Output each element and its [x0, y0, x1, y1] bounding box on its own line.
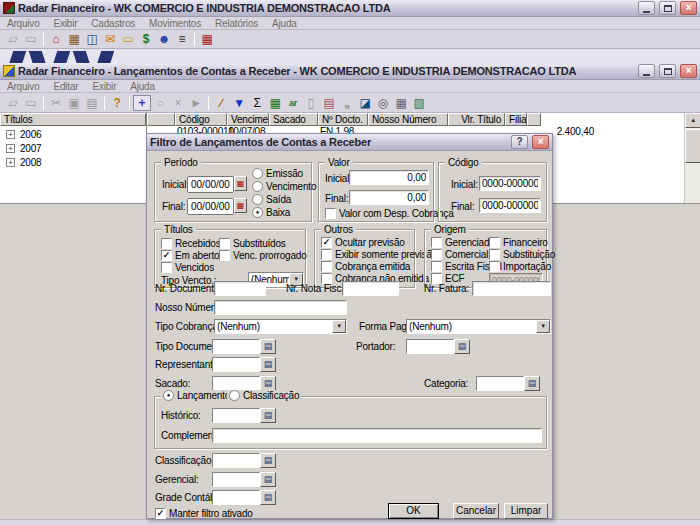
tree-item-2007[interactable]: + 2007: [6, 143, 41, 154]
user-icon[interactable]: ☻: [155, 31, 173, 47]
folder-icon[interactable]: ▭: [22, 95, 40, 111]
radio-classificacao[interactable]: Classificação: [227, 390, 301, 401]
dialog-help-button[interactable]: ?: [511, 135, 528, 149]
billing-icon[interactable]: ▧: [410, 95, 428, 111]
grid-icon[interactable]: ▦: [392, 95, 410, 111]
restore-button[interactable]: [659, 1, 676, 15]
valor-final-input[interactable]: [349, 190, 429, 205]
codigo-final-input[interactable]: [479, 198, 541, 213]
categoria-input[interactable]: [476, 376, 524, 391]
paste-icon[interactable]: ▤: [83, 95, 101, 111]
column-header-sacado[interactable]: Sacado: [269, 113, 318, 126]
lookup-icon[interactable]: ▤: [454, 339, 470, 354]
menu-arquivo[interactable]: Arquivo: [0, 81, 47, 92]
tree-expander-icon[interactable]: +: [6, 158, 15, 167]
lookup-icon[interactable]: ▤: [260, 472, 276, 487]
checkbox-recebidos[interactable]: Recebidos: [161, 238, 220, 249]
post-icon[interactable]: ►: [187, 95, 205, 111]
column-header-vencimento[interactable]: Vencimento: [227, 113, 269, 126]
menu-editar[interactable]: Editar: [47, 81, 86, 92]
chevron-down-icon[interactable]: ▼: [536, 320, 550, 333]
tree-item-2008[interactable]: + 2008: [6, 157, 41, 168]
lookup-icon[interactable]: ▤: [260, 490, 276, 505]
menu-cadastros[interactable]: Cadastros: [84, 18, 142, 29]
ok-button[interactable]: OK: [388, 503, 439, 519]
classificacao-input[interactable]: [212, 453, 260, 468]
add-icon[interactable]: +: [133, 95, 151, 111]
minimize-button[interactable]: [638, 1, 655, 15]
complemento-input[interactable]: [212, 428, 542, 443]
periodo-inicial-input[interactable]: [187, 176, 234, 193]
open-icon[interactable]: ▱: [4, 31, 22, 47]
checkbox-importacao[interactable]: Importação: [489, 261, 551, 272]
calendar-icon[interactable]: ▦: [234, 198, 247, 213]
column-header-codigo[interactable]: Código: [175, 113, 227, 126]
historico-input[interactable]: [212, 408, 260, 423]
refresh-icon[interactable]: ○: [151, 95, 169, 111]
yellow-folder-icon[interactable]: ▭: [119, 31, 137, 47]
limpar-button[interactable]: Limpar: [504, 503, 548, 519]
radio-emissao[interactable]: Emissão: [252, 168, 303, 179]
help-icon[interactable]: ?: [108, 95, 126, 111]
checkbox-gerenciador[interactable]: Gerenciador: [431, 237, 498, 248]
tree-expander-icon[interactable]: +: [6, 130, 15, 139]
column-header-nosso-numero[interactable]: Nosso Número: [368, 113, 448, 126]
column-header-filial[interactable]: Filial: [505, 113, 527, 126]
clean-icon[interactable]: ∕: [212, 95, 230, 111]
export-icon[interactable]: ◪: [356, 95, 374, 111]
periodo-final-input[interactable]: [187, 198, 234, 215]
column-header-docto[interactable]: Nº Docto.: [318, 113, 368, 126]
menu-exibir[interactable]: Exibir: [85, 81, 123, 92]
checkbox-exibir-somente-previsao[interactable]: Exibir somente previsão: [321, 249, 437, 260]
nr-documento-input[interactable]: [214, 281, 266, 296]
lookup-icon[interactable]: ▤: [260, 376, 276, 391]
checkbox-valor-desp-cobranca[interactable]: Valor com Desp. Cobrança: [325, 208, 454, 219]
checkbox-cobranca-emitida[interactable]: Cobrança emitida: [321, 261, 410, 272]
chevron-down-icon[interactable]: ▼: [332, 320, 346, 333]
radio-vencimento[interactable]: Vencimento: [252, 181, 316, 192]
checkbox-comercial[interactable]: Comercial: [431, 249, 488, 260]
valor-inicial-input[interactable]: [349, 170, 429, 185]
invoice-icon[interactable]: ✉: [101, 31, 119, 47]
scroll-up-icon[interactable]: ▲: [685, 113, 700, 128]
tree-expander-icon[interactable]: +: [6, 144, 15, 153]
lookup-icon[interactable]: ▤: [260, 408, 276, 423]
child-close-button[interactable]: ×: [680, 64, 697, 78]
delete-icon[interactable]: ×: [169, 95, 187, 111]
dialog-close-button[interactable]: ×: [532, 135, 549, 149]
child-minimize-button[interactable]: [638, 64, 655, 78]
document-icon[interactable]: ▯: [302, 95, 320, 111]
menu-arquivo[interactable]: Arquivo: [0, 18, 47, 29]
child-restore-button[interactable]: [659, 64, 676, 78]
cash-register-icon[interactable]: ▦: [65, 31, 83, 47]
menu-ajuda[interactable]: Ajuda: [123, 81, 162, 92]
checkbox-em-aberto[interactable]: ✓Em aberto: [161, 250, 219, 261]
ar-icon[interactable]: ar: [284, 95, 302, 111]
checkbox-manter-filtro[interactable]: ✓Manter filtro ativado: [155, 508, 253, 519]
edit-doc-icon[interactable]: ▤: [320, 95, 338, 111]
vertical-scrollbar[interactable]: ▲: [684, 113, 700, 203]
copy-icon[interactable]: ▣: [65, 95, 83, 111]
checkbox-vencidos[interactable]: Vencidos: [161, 262, 214, 273]
money-icon[interactable]: $: [137, 31, 155, 47]
calendar-icon[interactable]: ▦: [234, 176, 247, 191]
column-header-vlr-titulo[interactable]: Vlr. Título: [448, 113, 505, 126]
tree-item-2006[interactable]: + 2006: [6, 129, 41, 140]
close-button[interactable]: ×: [680, 1, 697, 15]
sacado-input[interactable]: [212, 376, 260, 391]
menu-exibir[interactable]: Exibir: [47, 18, 85, 29]
radio-baixa[interactable]: ●Baixa: [252, 207, 290, 218]
consolidate-icon[interactable]: ▦: [266, 95, 284, 111]
nr-nota-fiscal-input[interactable]: [342, 281, 399, 296]
checkbox-venc-prorrogado[interactable]: Venc. prorrogado: [219, 250, 307, 261]
reports-icon[interactable]: ≡: [173, 31, 191, 47]
codigo-inicial-input[interactable]: [479, 176, 541, 191]
checkbox-ocultar-previsao[interactable]: ✓Ocultar previsão: [321, 237, 405, 248]
nosso-numero-input[interactable]: [214, 300, 347, 315]
module-icon[interactable]: ▦: [198, 31, 216, 47]
lookup-icon[interactable]: ▤: [260, 357, 276, 372]
tree-header[interactable]: Títulos: [0, 113, 146, 126]
lookup-icon[interactable]: ▤: [260, 453, 276, 468]
representante-input[interactable]: [212, 357, 260, 372]
cut-icon[interactable]: ✂: [47, 95, 65, 111]
